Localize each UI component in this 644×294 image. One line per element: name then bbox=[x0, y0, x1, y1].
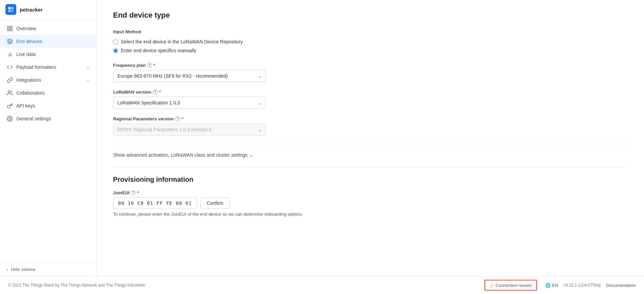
svg-rect-2 bbox=[8, 10, 11, 12]
svg-rect-7 bbox=[11, 29, 12, 31]
device-icon bbox=[7, 38, 13, 44]
frequency-plan-select-wrapper: Europe 863-870 MHz (SF9 for RX2 - recomm… bbox=[113, 70, 266, 82]
hide-sidebar-label: Hide sidebar bbox=[11, 267, 36, 272]
sidebar-item-overview-label: Overview bbox=[16, 26, 36, 31]
version-text: v3.22.1 (c24c6750a) bbox=[564, 283, 601, 288]
regional-params-select: RP001 Regional Parameters 1.0.3 revision… bbox=[113, 123, 266, 136]
lorawan-version-required: * bbox=[159, 90, 161, 95]
sidebar-item-collaborators[interactable]: Collaborators bbox=[0, 86, 96, 99]
code-icon bbox=[7, 64, 13, 70]
sidebar-item-general-settings-label: General settings bbox=[16, 116, 51, 121]
radio-manual-label: Enter end device specifics manually bbox=[121, 48, 197, 53]
input-method-radio-group: Select the end device in the LoRaWAN Dev… bbox=[113, 39, 628, 53]
joineui-input-row: 00 16 C0 01 FF FE 00 01 Confirm bbox=[113, 197, 628, 209]
radio-manual[interactable]: Enter end device specifics manually bbox=[113, 48, 628, 53]
sidebar-item-payload-formatters[interactable]: Payload formatters ⌄ bbox=[0, 61, 96, 74]
grid-icon bbox=[7, 25, 13, 32]
integrations-arrow: ⌄ bbox=[86, 78, 90, 82]
sidebar-item-collaborators-label: Collaborators bbox=[16, 90, 44, 96]
svg-point-12 bbox=[7, 105, 10, 108]
sidebar-item-integrations[interactable]: Integrations ⌄ bbox=[0, 74, 96, 86]
input-method-section: Input Method Select the end device in th… bbox=[113, 29, 628, 53]
sidebar-header: petracker bbox=[0, 0, 96, 19]
sidebar-item-payload-formatters-label: Payload formatters bbox=[16, 64, 56, 70]
bottom-bar: © 2022 The Things Stack by The Things Ne… bbox=[0, 276, 644, 294]
main-content: End device type Input Method Select the … bbox=[97, 0, 644, 276]
lorawan-version-label: LoRaWAN version ? * bbox=[113, 90, 628, 95]
people-icon bbox=[7, 90, 13, 96]
bottom-right: 🌐 EN v3.22.1 (c24c6750a) Documentation bbox=[545, 283, 636, 288]
key-icon bbox=[7, 103, 13, 109]
regional-params-required: * bbox=[182, 116, 183, 121]
documentation-link[interactable]: Documentation bbox=[606, 283, 636, 288]
lorawan-version-help-icon[interactable]: ? bbox=[153, 90, 158, 95]
frequency-plan-required: * bbox=[153, 63, 155, 68]
svg-rect-0 bbox=[8, 7, 11, 9]
provisioning-section: Provisioning information JoinEUI ? * 00 … bbox=[113, 176, 628, 217]
sidebar: petracker Overview bbox=[0, 0, 97, 276]
svg-point-13 bbox=[9, 118, 11, 120]
input-method-label: Input Method bbox=[113, 29, 628, 34]
lorawan-version-select[interactable]: LoRaWAN Specification 1.0.3 bbox=[113, 97, 266, 109]
language-label: EN bbox=[552, 283, 558, 288]
page-title: End device type bbox=[113, 11, 628, 20]
svg-rect-6 bbox=[7, 29, 9, 31]
svg-rect-3 bbox=[11, 10, 14, 12]
provisioning-title: Provisioning information bbox=[113, 176, 628, 183]
copyright-text: © 2022 The Things Stack by The Things Ne… bbox=[8, 283, 479, 288]
frequency-plan-select[interactable]: Europe 863-870 MHz (SF9 for RX2 - recomm… bbox=[113, 70, 266, 82]
advanced-chevron-icon: ⌄ bbox=[250, 153, 253, 157]
regional-params-field: Regional Parameters version ? * RP001 Re… bbox=[113, 116, 628, 136]
sidebar-item-end-devices[interactable]: End devices bbox=[0, 35, 96, 48]
radio-repo-input[interactable] bbox=[113, 39, 118, 44]
sidebar-nav: Overview End devices bbox=[0, 19, 96, 262]
radio-repo[interactable]: Select the end device in the LoRaWAN Dev… bbox=[113, 39, 628, 44]
lorawan-version-select-wrapper: LoRaWAN Specification 1.0.3 ⌄ bbox=[113, 97, 266, 109]
frequency-plan-label: Frequency plan ? * bbox=[113, 63, 628, 68]
radio-repo-label: Select the end device in the LoRaWAN Dev… bbox=[121, 39, 243, 44]
advanced-toggle[interactable]: Show advanced activation, LoRaWAN class … bbox=[113, 152, 628, 158]
sidebar-item-api-keys[interactable]: API keys bbox=[0, 99, 96, 112]
regional-params-help-icon[interactable]: ? bbox=[175, 116, 180, 121]
warning-icon: △ bbox=[490, 282, 494, 288]
joineui-field: JoinEUI ? * 00 16 C0 01 FF FE 00 01 Conf… bbox=[113, 190, 628, 217]
joineui-value-box[interactable]: 00 16 C0 01 FF FE 00 01 bbox=[113, 197, 197, 209]
language-button[interactable]: 🌐 EN bbox=[545, 283, 558, 288]
advanced-toggle-label: Show advanced activation, LoRaWAN class … bbox=[113, 152, 247, 158]
regional-params-label: Regional Parameters version ? * bbox=[113, 116, 628, 121]
joineui-label: JoinEUI ? * bbox=[113, 190, 628, 195]
gear-icon bbox=[7, 116, 13, 122]
sidebar-item-overview[interactable]: Overview bbox=[0, 22, 96, 35]
connection-issues-label: Connection issues bbox=[496, 283, 532, 288]
app-logo bbox=[5, 4, 16, 15]
globe-icon: 🌐 bbox=[545, 283, 551, 288]
svg-rect-1 bbox=[11, 7, 14, 9]
chart-icon bbox=[7, 51, 13, 57]
regional-params-select-wrapper: RP001 Regional Parameters 1.0.3 revision… bbox=[113, 123, 266, 136]
hide-sidebar-button[interactable]: ‹ Hide sidebar bbox=[7, 267, 90, 272]
sidebar-item-live-data-label: Live data bbox=[16, 52, 36, 57]
sidebar-item-general-settings[interactable]: General settings bbox=[0, 112, 96, 125]
divider-1 bbox=[113, 144, 628, 144]
confirm-button[interactable]: Confirm bbox=[200, 197, 230, 209]
frequency-plan-help-icon[interactable]: ? bbox=[147, 63, 152, 68]
svg-rect-4 bbox=[7, 26, 9, 28]
sidebar-item-end-devices-label: End devices bbox=[16, 39, 42, 44]
connection-issues-box[interactable]: △ Connection issues bbox=[484, 280, 537, 291]
lorawan-version-field: LoRaWAN version ? * LoRaWAN Specificatio… bbox=[113, 90, 628, 109]
sidebar-item-live-data[interactable]: Live data bbox=[0, 48, 96, 61]
svg-rect-5 bbox=[11, 26, 12, 28]
radio-manual-input[interactable] bbox=[113, 48, 118, 53]
payload-formatters-arrow: ⌄ bbox=[86, 65, 90, 70]
frequency-plan-field: Frequency plan ? * Europe 863-870 MHz (S… bbox=[113, 63, 628, 82]
sidebar-item-integrations-label: Integrations bbox=[16, 77, 41, 83]
divider-2 bbox=[113, 167, 628, 168]
app-name: petracker bbox=[20, 7, 43, 13]
joineui-helper-text: To continue, please enter the JoinEUI of… bbox=[113, 212, 628, 217]
joineui-required: * bbox=[137, 190, 139, 195]
hide-sidebar-arrow-icon: ‹ bbox=[7, 267, 8, 272]
joineui-help-icon[interactable]: ? bbox=[131, 190, 136, 195]
sidebar-item-api-keys-label: API keys bbox=[16, 103, 35, 109]
svg-point-11 bbox=[8, 91, 10, 93]
integrations-icon bbox=[7, 77, 13, 83]
